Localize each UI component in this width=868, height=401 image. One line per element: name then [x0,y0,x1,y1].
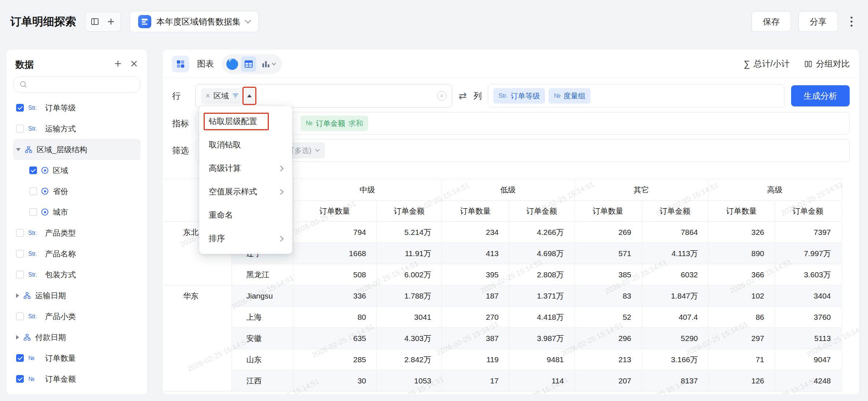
menu-item-advanced-calc[interactable]: 高级计算 [199,157,292,180]
column-header[interactable]: 订单数量 [442,201,509,222]
field-item-region-hierarchy[interactable]: 区域_层级结构 [13,139,141,160]
table-cell[interactable]: 6.002万 [376,264,442,285]
field-item-city[interactable]: 城市 [13,202,141,222]
field-item-region[interactable]: 区域 [13,160,141,181]
row-header-province[interactable]: 山东 [231,349,293,370]
table-cell[interactable]: 86 [708,307,775,328]
table-cell[interactable]: 890 [708,243,775,264]
column-field-chip[interactable]: Str. 订单等级 [493,88,545,104]
field-item-province[interactable]: 省份 [13,181,141,202]
field-item-ship-mode[interactable]: Str. 运输方式 [13,118,141,139]
table-cell[interactable]: 52 [574,307,642,328]
column-header[interactable]: 订单金额 [509,201,574,222]
caret-right-icon[interactable] [16,335,19,340]
table-cell[interactable]: 413 [442,243,509,264]
row-header-province[interactable]: Jiangsu [231,285,293,307]
table-cell[interactable]: 7397 [775,222,841,243]
field-item-order-qty[interactable]: № 订单数量 [13,348,141,368]
table-cell[interactable]: 3.603万 [775,264,841,285]
checkbox-checked[interactable] [16,354,24,362]
table-cell[interactable]: 2.808万 [509,264,574,285]
table-cell[interactable]: 4.113万 [642,243,708,264]
table-cell[interactable]: 30 [293,370,376,391]
table-cell[interactable]: 126 [708,370,775,391]
caret-right-icon[interactable] [16,293,19,298]
field-item-ship-date[interactable]: 运输日期 [13,285,141,306]
table-cell[interactable]: 7.997万 [775,243,841,264]
checkbox[interactable] [16,271,24,278]
field-item-order-level[interactable]: Str. 订单等级 [13,97,141,118]
table-cell[interactable]: 9481 [509,349,574,370]
table-cell[interactable]: 3404 [775,285,841,307]
auto-chart-icon[interactable] [226,58,238,70]
table-cell[interactable]: 7864 [642,222,708,243]
table-cell[interactable]: 2.842万 [376,349,442,370]
clear-shelf-icon[interactable] [437,91,446,101]
save-button[interactable]: 保存 [752,11,791,32]
table-cell[interactable]: 635 [293,328,376,349]
table-cell[interactable]: 3041 [376,307,442,328]
table-cell[interactable]: 3760 [775,307,841,328]
table-cell[interactable]: 1668 [293,243,376,264]
table-cell[interactable]: 385 [574,264,642,285]
table-cell[interactable]: 83 [574,285,642,307]
table-cell[interactable]: 207 [574,370,642,391]
table-cell[interactable]: 270 [442,307,509,328]
table-cell[interactable]: 213 [574,349,642,370]
checkbox[interactable] [16,229,24,237]
table-cell[interactable]: 234 [442,222,509,243]
checkbox[interactable] [16,125,24,132]
checkbox-checked[interactable] [16,104,24,112]
more-menu-icon[interactable] [845,11,858,32]
column-group-header[interactable]: 低级 [442,179,574,201]
dataset-selector[interactable]: 本年度区域销售数据集 [130,11,259,32]
table-cell[interactable]: 119 [442,349,509,370]
checkbox[interactable] [16,250,24,258]
menu-item-cancel-drill[interactable]: 取消钻取 [199,133,292,157]
row-header-province[interactable]: 黑龙江 [231,264,293,285]
table-cell[interactable]: 5113 [775,328,841,349]
table-cell[interactable]: 3.987万 [509,328,574,349]
table-cell[interactable]: 296 [574,328,642,349]
table-cell[interactable]: 71 [708,349,775,370]
search-input[interactable] [13,76,141,93]
menu-item-rename[interactable]: 重命名 [199,203,292,227]
column-header[interactable]: 订单金额 [775,201,841,222]
field-dropdown-caret[interactable] [244,88,255,104]
checkbox[interactable] [29,187,37,195]
table-cell[interactable]: 285 [293,349,376,370]
table-cell[interactable]: 11.91万 [376,243,442,264]
table-cell[interactable]: 1.371万 [509,285,574,307]
table-cell[interactable]: 114 [509,370,574,391]
add-field-icon[interactable] [114,59,122,70]
column-group-header[interactable]: 其它 [574,179,708,201]
field-item-pay-date[interactable]: 付款日期 [13,327,141,348]
column-group-header[interactable]: 中级 [293,179,442,201]
totals-toggle[interactable]: 总计/小计 [744,58,790,70]
row-header-region[interactable]: 华东 [163,285,231,391]
table-cell[interactable]: 1.788万 [376,285,442,307]
share-button[interactable]: 分享 [798,11,838,32]
column-header[interactable]: 订单数量 [293,201,376,222]
row-header-province[interactable]: 安徽 [231,328,293,349]
table-cell[interactable]: 794 [293,222,376,243]
table-cell[interactable]: 102 [708,285,775,307]
column-field-chip[interactable]: № 度量组 [549,88,590,104]
close-panel-icon[interactable] [130,59,138,70]
column-header[interactable]: 订单数量 [708,201,775,222]
table-cell[interactable]: 5290 [642,328,708,349]
checkbox[interactable] [16,312,24,320]
table-cell[interactable]: 269 [574,222,642,243]
bar-chart-icon[interactable] [259,60,278,68]
table-cell[interactable]: 1.847万 [642,285,708,307]
table-cell[interactable]: 9047 [775,349,841,370]
table-cell[interactable]: 3.166万 [642,349,708,370]
table-cell[interactable]: 407.4 [642,307,708,328]
table-cell[interactable]: 4.418万 [509,307,574,328]
table-cell[interactable]: 187 [442,285,509,307]
table-cell[interactable]: 326 [708,222,775,243]
menu-item-null-style[interactable]: 空值展示样式 [199,180,292,203]
filter-shelf[interactable]: (可多选) [196,139,850,162]
table-cell[interactable]: 1053 [376,370,442,391]
table-cell[interactable]: 5.214万 [376,222,442,243]
